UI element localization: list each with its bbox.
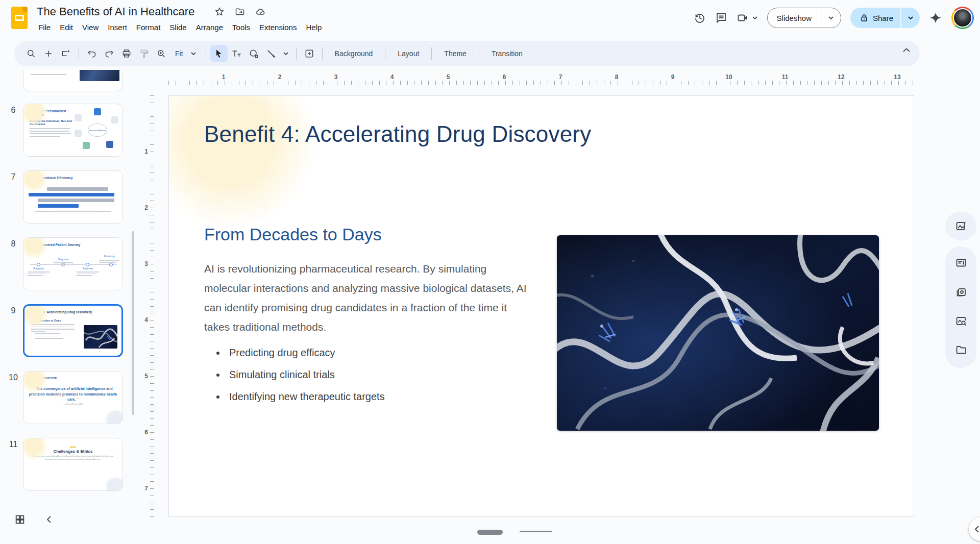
- grid-view-button[interactable]: [12, 512, 28, 527]
- ruler-h-number: 12: [838, 73, 844, 81]
- zoom-button[interactable]: [153, 45, 170, 62]
- slides-logo[interactable]: [11, 7, 28, 29]
- thumb6-hub-diagram: Precision Medicine: [74, 107, 120, 153]
- move-folder-icon[interactable]: [235, 7, 245, 17]
- filmstrip-row-6: 6 Benefit 2: Personalized Medicine Treat…: [23, 104, 123, 157]
- hide-menus-chevron-icon[interactable]: [902, 47, 911, 53]
- ruler-h-number: 10: [725, 73, 732, 81]
- ruler-h-number: 7: [559, 73, 562, 81]
- collapse-filmstrip-chevron-icon[interactable]: [43, 513, 55, 526]
- menu-format[interactable]: Format: [132, 21, 165, 33]
- menu-view[interactable]: View: [78, 21, 103, 33]
- ruler-h-number: 4: [390, 73, 394, 81]
- menu-arrange[interactable]: Arrange: [191, 21, 228, 33]
- transition-button[interactable]: Transition: [483, 45, 531, 62]
- horizontal-scroll-handle[interactable]: [477, 530, 503, 535]
- slide-title-textbox[interactable]: Benefit 4: Accelerating Drug Discovery: [204, 121, 591, 147]
- templates-panel-icon[interactable]: [955, 257, 967, 269]
- google-slides-app: { "app": { "doc_title": "The Benefits of…: [0, 0, 980, 544]
- text-box-button[interactable]: [228, 45, 245, 62]
- shape-tool-button[interactable]: [245, 45, 262, 62]
- cloud-status-icon[interactable]: [255, 7, 266, 17]
- paint-format-button[interactable]: [135, 45, 153, 62]
- star-icon[interactable]: [214, 7, 225, 17]
- undo-button[interactable]: [83, 45, 101, 62]
- open-panel-fab-button[interactable]: [969, 517, 980, 541]
- redo-button[interactable]: [101, 45, 118, 62]
- new-slide-button[interactable]: [40, 45, 57, 62]
- bullet-item[interactable]: Simulating clinical trials: [226, 369, 385, 381]
- menu-extensions[interactable]: Extensions: [255, 21, 301, 33]
- protein-structure-image[interactable]: [557, 235, 879, 431]
- comments-icon[interactable]: [715, 12, 727, 24]
- gemini-sparkle-icon[interactable]: [929, 11, 942, 24]
- slide-number: 11: [7, 440, 19, 449]
- menu-help[interactable]: Help: [301, 21, 326, 33]
- bullet-item[interactable]: Identifying new therapeutic targets: [226, 391, 385, 403]
- menu-edit[interactable]: Edit: [55, 21, 78, 33]
- background-button[interactable]: Background: [327, 45, 381, 62]
- slide-number: 7: [7, 172, 19, 182]
- menu-slide[interactable]: Slide: [165, 21, 191, 33]
- slide-canvas[interactable]: Benefit 4: Accelerating Drug Discovery F…: [168, 95, 914, 517]
- print-button[interactable]: [118, 45, 135, 62]
- thumbnail-slide-7[interactable]: AI in Operational Efficiency: [23, 170, 123, 224]
- version-history-icon[interactable]: [694, 12, 706, 24]
- thumb9-protein-image: [84, 325, 117, 349]
- slide-number: 6: [7, 106, 19, 115]
- slide-heading-textbox[interactable]: From Decades to Days: [204, 225, 382, 244]
- image-carousel-icon[interactable]: [955, 286, 967, 298]
- ruler-v-number: 3: [144, 260, 148, 267]
- thumbnail-slide-9-selected[interactable]: Benefit 4: Accelerating Drug Discovery F…: [23, 304, 123, 357]
- ai-image-tool-button[interactable]: [945, 212, 976, 240]
- slideshow-dropdown-button[interactable]: [821, 8, 841, 28]
- zoom-select[interactable]: Fit: [170, 50, 202, 58]
- ruler-v-number: 5: [144, 373, 148, 380]
- slideshow-button[interactable]: Slideshow: [768, 14, 821, 22]
- line-tool-button[interactable]: [262, 45, 280, 62]
- layout-button[interactable]: Layout: [389, 45, 427, 62]
- menu-file[interactable]: File: [34, 21, 55, 33]
- horizontal-scroll-track[interactable]: [520, 531, 552, 532]
- meet-camera-icon[interactable]: [737, 12, 749, 24]
- image-search-icon[interactable]: [955, 315, 967, 327]
- thumbnail-slide-11[interactable]: Challenges & Ethics We must also respons…: [23, 438, 123, 491]
- slide-decoration-blob: [168, 95, 322, 224]
- document-title[interactable]: The Benefits of AI in Healthcare: [37, 5, 194, 18]
- filmstrip-row-11: 11 Challenges & Ethics We must also resp…: [23, 438, 123, 491]
- top-bar: The Benefits of AI in Healthcare File Ed…: [0, 0, 980, 36]
- ruler-h-number: 9: [671, 73, 675, 81]
- insert-placeholder-button[interactable]: [301, 45, 318, 62]
- share-button[interactable]: Share: [869, 14, 900, 22]
- slide-body-textbox[interactable]: AI is revolutionizing pharmaceutical res…: [204, 259, 533, 337]
- folder-icon[interactable]: [955, 344, 967, 356]
- ruler-h-number: 8: [615, 73, 619, 81]
- thumb10-attribution: — Clinical Review, 2025: [23, 403, 122, 405]
- thumbnail-slide-5-partial[interactable]: [23, 70, 123, 91]
- ruler-v-number: 4: [144, 316, 148, 324]
- share-button-group: Share: [850, 8, 920, 28]
- thumbnail-slide-6[interactable]: Benefit 2: Personalized Medicine Treatin…: [23, 104, 123, 157]
- thumbnail-slide-10[interactable]: A New Partnership “ The convergence of a…: [23, 371, 123, 424]
- ruler-h-number: 2: [278, 73, 282, 81]
- thumbnail-slide-8[interactable]: The AI-Powered Patient Journey Preventio…: [23, 237, 123, 290]
- menu-insert[interactable]: Insert: [103, 21, 132, 33]
- slide-bullet-list[interactable]: Predicting drug efficacy Simulating clin…: [226, 347, 385, 413]
- meet-dropdown-caret-icon[interactable]: [752, 16, 758, 20]
- ruler-v-number: 7: [144, 485, 148, 492]
- filmstrip-row-7: 7 AI in Operational Efficiency: [23, 170, 123, 224]
- zoom-value: Fit: [175, 50, 183, 58]
- account-avatar[interactable]: [951, 7, 974, 29]
- select-tool-button[interactable]: [210, 45, 228, 62]
- search-menus-icon[interactable]: [22, 45, 40, 62]
- ai-new-slide-icon[interactable]: [57, 45, 75, 62]
- menu-tools[interactable]: Tools: [228, 21, 255, 33]
- line-dropdown-caret-icon[interactable]: [283, 52, 289, 56]
- filmstrip-scrollbar[interactable]: [132, 231, 134, 415]
- theme-button[interactable]: Theme: [436, 45, 475, 62]
- filmstrip-row-10: 10 A New Partnership “ The convergence o…: [23, 371, 123, 424]
- bullet-item[interactable]: Predicting drug efficacy: [226, 347, 385, 359]
- ruler-v-number: 1: [144, 148, 148, 155]
- ruler-v-number: 6: [144, 429, 148, 436]
- share-dropdown-button[interactable]: [901, 8, 920, 28]
